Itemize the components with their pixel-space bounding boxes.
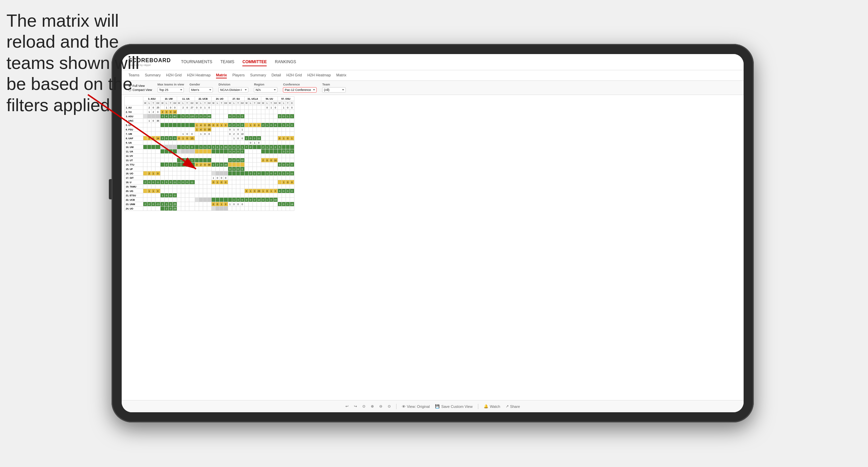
matrix-cell bbox=[265, 127, 269, 132]
sub-t-ua: T bbox=[185, 101, 189, 105]
sub-w-ua: W bbox=[177, 101, 181, 105]
region-select[interactable]: N/A East West bbox=[254, 87, 278, 93]
matrix-cell: 0 bbox=[282, 189, 286, 193]
settings-button[interactable]: ⊙ bbox=[388, 404, 391, 409]
matrix-cell bbox=[189, 167, 195, 171]
matrix-cell bbox=[252, 154, 257, 158]
matrix-cell bbox=[248, 202, 252, 206]
team-select[interactable]: (All) bbox=[322, 87, 346, 93]
undo-button[interactable]: ↩ bbox=[345, 404, 348, 409]
matrix-cell: 7 bbox=[244, 145, 248, 149]
save-custom-label: Save Custom View bbox=[441, 404, 473, 409]
matrix-cell bbox=[211, 189, 215, 193]
sub-nav-h2h-grid[interactable]: H2H Grid bbox=[166, 72, 182, 78]
table-row: 17. GIT1000 bbox=[125, 176, 294, 180]
matrix-cell bbox=[199, 185, 203, 189]
matrix-cell bbox=[195, 149, 199, 154]
sub-nav-matrix[interactable]: Matrix bbox=[216, 72, 227, 78]
redo-button[interactable]: ↪ bbox=[354, 404, 357, 409]
division-select[interactable]: NCAA Division I NCAA Division II bbox=[218, 87, 248, 93]
matrix-cell bbox=[278, 176, 282, 180]
matrix-cell bbox=[252, 114, 257, 119]
matrix-cell bbox=[257, 154, 261, 158]
sub-nav-detail[interactable]: Detail bbox=[271, 72, 281, 78]
matrix-cell bbox=[161, 145, 165, 149]
gender-select[interactable]: Men's Women's bbox=[189, 87, 213, 93]
matrix-cell: 2 bbox=[195, 114, 199, 119]
matrix-cell bbox=[173, 127, 177, 132]
matrix-cell bbox=[261, 193, 265, 198]
matrix-cell: 2 bbox=[248, 171, 252, 176]
sub-nav-h2h-heatmap[interactable]: H2H Heatmap bbox=[187, 72, 211, 78]
refresh-button[interactable]: ⊙ bbox=[362, 404, 365, 409]
matrix-cell bbox=[269, 127, 273, 132]
sub-l-ua: L bbox=[181, 101, 185, 105]
matrix-cell: 1 bbox=[232, 167, 236, 171]
matrix-cell: 0 bbox=[236, 136, 240, 141]
sub-nav-summary2[interactable]: Summary bbox=[250, 72, 266, 78]
matrix-cell: 0 bbox=[244, 189, 248, 193]
matrix-container[interactable]: 3. ASU 10. UW 11. UA 22. UCB 24. UO 27. … bbox=[122, 95, 744, 400]
matrix-cell bbox=[143, 145, 147, 149]
matrix-cell bbox=[248, 180, 252, 185]
matrix-cell bbox=[290, 127, 294, 132]
matrix-cell bbox=[203, 158, 207, 163]
matrix-cell bbox=[278, 132, 282, 136]
sub-t-asu: T bbox=[151, 101, 155, 105]
matrix-cell: 1 bbox=[265, 171, 269, 176]
matrix-cell: 0 bbox=[265, 189, 269, 193]
matrix-cell bbox=[189, 110, 195, 114]
matrix-cell bbox=[195, 158, 199, 163]
matrix-cell bbox=[244, 123, 248, 127]
matrix-cell bbox=[261, 110, 265, 114]
matrix-cell bbox=[248, 119, 252, 123]
sub-nav-matrix2[interactable]: Matrix bbox=[336, 72, 346, 78]
max-teams-select[interactable]: Top 25 Top 10 Top 50 bbox=[158, 87, 184, 93]
matrix-cell bbox=[252, 185, 257, 189]
matrix-cell bbox=[207, 110, 211, 114]
matrix-cell bbox=[248, 154, 252, 158]
view-original-button[interactable]: 👁 View: Original bbox=[402, 404, 430, 409]
matrix-cell: 0 bbox=[232, 202, 236, 206]
matrix-cell bbox=[189, 163, 195, 167]
sub-nav-h2h-grid2[interactable]: H2H Grid bbox=[286, 72, 302, 78]
matrix-cell: 0 bbox=[181, 180, 185, 185]
matrix-cell bbox=[207, 198, 211, 202]
matrix-cell bbox=[143, 167, 147, 171]
table-row: 14. TTU21102030120263000 bbox=[125, 163, 294, 167]
matrix-cell: 1 bbox=[286, 114, 290, 119]
nav-link-tournaments[interactable]: TOURNAMENTS bbox=[181, 58, 212, 66]
matrix-cell bbox=[215, 167, 219, 171]
matrix-cell bbox=[290, 119, 294, 123]
matrix-cell bbox=[181, 154, 185, 158]
conference-select[interactable]: Pac-12 Conference (All) ACC Big Ten bbox=[283, 87, 317, 93]
matrix-cell bbox=[211, 185, 215, 189]
matrix-cell bbox=[219, 189, 223, 193]
matrix-cell bbox=[143, 119, 147, 123]
matrix-cell bbox=[173, 185, 177, 189]
matrix-cell: 1 bbox=[269, 189, 273, 193]
matrix-cell: 0 bbox=[147, 202, 151, 206]
matrix-cell bbox=[223, 158, 228, 163]
nav-link-teams[interactable]: TEAMS bbox=[220, 58, 234, 66]
share-button[interactable]: ↗ Share bbox=[506, 404, 520, 409]
matrix-cell bbox=[240, 163, 244, 167]
nav-link-committee[interactable]: COMMITTEE bbox=[242, 58, 267, 66]
save-custom-button[interactable]: 💾 Save Custom View bbox=[435, 404, 473, 409]
row-header-8: 9. UA bbox=[125, 141, 143, 145]
sub-nav-players[interactable]: Players bbox=[232, 72, 245, 78]
nav-link-rankings[interactable]: RANKINGS bbox=[275, 58, 296, 66]
matrix-cell bbox=[195, 145, 199, 149]
matrix-cell: 0 bbox=[203, 114, 207, 119]
zoom-in-button[interactable]: ⊕ bbox=[371, 404, 374, 409]
sub-nav-h2h-heatmap2[interactable]: H2H Heatmap bbox=[307, 72, 331, 78]
matrix-cell bbox=[269, 167, 273, 171]
matrix-cell bbox=[228, 171, 232, 176]
zoom-out-button[interactable]: ⊖ bbox=[379, 404, 382, 409]
table-row: 22. UCB1300001231044 bbox=[125, 198, 294, 202]
matrix-cell bbox=[177, 185, 181, 189]
matrix-cell bbox=[143, 198, 147, 202]
watch-button[interactable]: 🔔 Watch bbox=[484, 404, 500, 409]
matrix-cell bbox=[248, 110, 252, 114]
sub-t-su: T bbox=[236, 101, 240, 105]
